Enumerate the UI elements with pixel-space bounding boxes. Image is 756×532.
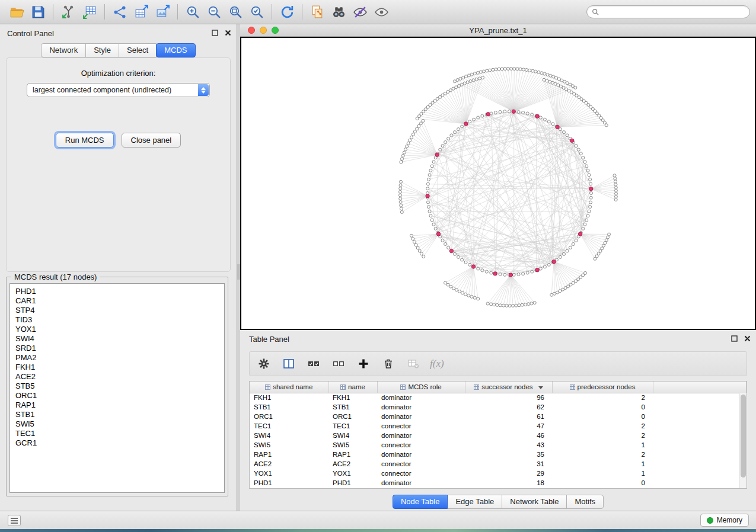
result-item[interactable]: PMA2 (15, 353, 219, 363)
column-header-mcds-role[interactable]: MCDS role (377, 382, 465, 393)
zoom-selected-icon[interactable] (246, 2, 267, 21)
table-panel-tabs: Node Table Edge Table Network Table Moti… (240, 495, 756, 509)
result-item[interactable]: PHD1 (15, 287, 219, 296)
export-table-icon[interactable] (130, 2, 152, 21)
float-panel-icon[interactable] (210, 28, 219, 37)
table-row[interactable]: SWI4SWI4dominator462 (250, 431, 747, 440)
table-row[interactable]: ORC1ORC1dominator610 (250, 412, 747, 421)
table-row[interactable]: ACE2ACE2connector311 (250, 459, 747, 469)
import-network-icon[interactable] (58, 2, 79, 21)
binoculars-search-icon[interactable] (328, 2, 349, 21)
result-item[interactable]: STB5 (15, 382, 219, 391)
table-cell: 1 (552, 469, 653, 478)
table-cell: STB1 (250, 402, 328, 412)
eye-icon[interactable] (371, 2, 392, 21)
zoom-out-icon[interactable] (203, 2, 225, 21)
function-builder-icon[interactable]: f(x) (430, 358, 444, 370)
table-row[interactable]: RAP1RAP1dominator352 (250, 450, 747, 459)
mcds-result-list[interactable]: PHD1CAR1STP4TID3YOX1SWI4SRD1PMA2FKH1ACE2… (9, 283, 225, 493)
result-item[interactable]: SRD1 (15, 344, 219, 353)
control-panel: Control Panel Network Style Select MCDS … (0, 24, 237, 511)
column-header-predecessor-nodes[interactable]: predecessor nodes (552, 382, 653, 393)
tab-mcds[interactable]: MCDS (156, 43, 195, 57)
search-icon (592, 8, 599, 15)
table-row[interactable]: YOX1YOX1connector291 (250, 469, 747, 478)
result-item[interactable]: TID3 (15, 315, 219, 325)
criterion-select[interactable]: largest connected component (undirected) (27, 83, 210, 97)
add-column-icon[interactable] (355, 355, 372, 372)
result-item[interactable]: SWI4 (15, 334, 219, 344)
tab-motifs[interactable]: Motifs (566, 495, 604, 509)
table-settings-gear-icon[interactable] (256, 355, 272, 372)
table-cell: 31 (465, 459, 552, 469)
table-cell: TEC1 (328, 421, 377, 431)
zoom-fit-icon[interactable] (225, 2, 246, 21)
table-scrollbar[interactable] (739, 393, 747, 488)
table-cell: SWI4 (328, 431, 377, 440)
table-cell: dominator (377, 478, 465, 488)
show-columns-icon[interactable] (280, 355, 297, 372)
result-item[interactable]: RAP1 (15, 400, 219, 410)
delete-column-icon[interactable] (380, 355, 397, 372)
table-cell: 29 (465, 469, 552, 478)
result-item[interactable]: SWI5 (15, 419, 219, 429)
save-icon[interactable] (27, 2, 49, 21)
refresh-icon[interactable] (276, 2, 298, 21)
result-item[interactable]: STB1 (15, 410, 219, 419)
network-canvas[interactable] (240, 37, 756, 330)
tab-select[interactable]: Select (119, 43, 157, 57)
table-cell: 2 (552, 450, 653, 459)
clone-network-icon[interactable] (307, 2, 328, 21)
table-row[interactable]: TEC1TEC1connector472 (250, 421, 747, 431)
result-item[interactable]: TEC1 (15, 429, 219, 438)
search-input[interactable] (586, 5, 750, 18)
table-row[interactable]: SWI5SWI5connector431 (250, 440, 747, 450)
toolbar-separator (53, 4, 53, 20)
open-folder-icon[interactable] (6, 2, 27, 21)
tab-node-table[interactable]: Node Table (393, 495, 448, 509)
toggle-visibility-icon[interactable] (349, 2, 371, 21)
memory-button[interactable]: Memory (700, 514, 749, 527)
column-attribute-icon (400, 384, 406, 391)
toolbar-separator (302, 4, 302, 20)
import-table-icon[interactable] (79, 2, 100, 21)
tab-edge-table[interactable]: Edge Table (447, 495, 502, 509)
table-cell-filler (653, 402, 747, 412)
close-panel-icon[interactable] (743, 334, 751, 342)
tab-network[interactable]: Network (41, 43, 86, 57)
panel-list-icon[interactable] (8, 515, 21, 526)
unselect-all-icon[interactable] (330, 355, 347, 372)
zoom-in-icon[interactable] (182, 2, 203, 21)
table-row[interactable]: FKH1FKH1dominator962 (250, 393, 747, 402)
table-cell: ORC1 (328, 412, 377, 421)
result-item[interactable]: FKH1 (15, 363, 219, 372)
table-row[interactable]: PHD1PHD1dominator180 (250, 478, 747, 488)
table-cell: 61 (465, 412, 552, 421)
table-panel-header: Table Panel (240, 330, 756, 347)
float-panel-icon[interactable] (730, 334, 738, 342)
column-header-shared-name[interactable]: shared name (250, 382, 328, 393)
chevron-down-icon[interactable] (538, 383, 543, 390)
close-panel-button[interactable]: Close panel (122, 133, 181, 148)
run-mcds-button[interactable]: Run MCDS (56, 133, 114, 148)
column-header-name[interactable]: name (328, 382, 377, 393)
result-item[interactable]: YOX1 (15, 325, 219, 334)
export-image-icon[interactable] (152, 2, 173, 21)
table-row[interactable]: STB1STB1dominator620 (250, 402, 747, 412)
result-item[interactable]: ORC1 (15, 391, 219, 400)
optimization-criterion-label: Optimization criterion: (7, 69, 230, 78)
column-header-successor-nodes[interactable]: successor nodes (465, 382, 552, 393)
result-item[interactable]: STP4 (15, 306, 219, 315)
result-item[interactable]: CAR1 (15, 296, 219, 306)
close-panel-icon[interactable] (224, 28, 232, 37)
table-cell: 35 (465, 450, 552, 459)
scrollbar-thumb[interactable] (741, 395, 746, 477)
tab-style[interactable]: Style (85, 43, 119, 57)
export-network-icon[interactable] (109, 2, 130, 21)
result-item[interactable]: GCR1 (15, 438, 219, 448)
tab-network-table[interactable]: Network Table (502, 495, 567, 509)
select-all-icon[interactable] (305, 355, 322, 372)
search-field[interactable] (602, 8, 745, 16)
result-item[interactable]: ACE2 (15, 372, 219, 382)
table-cell: 62 (465, 402, 552, 412)
